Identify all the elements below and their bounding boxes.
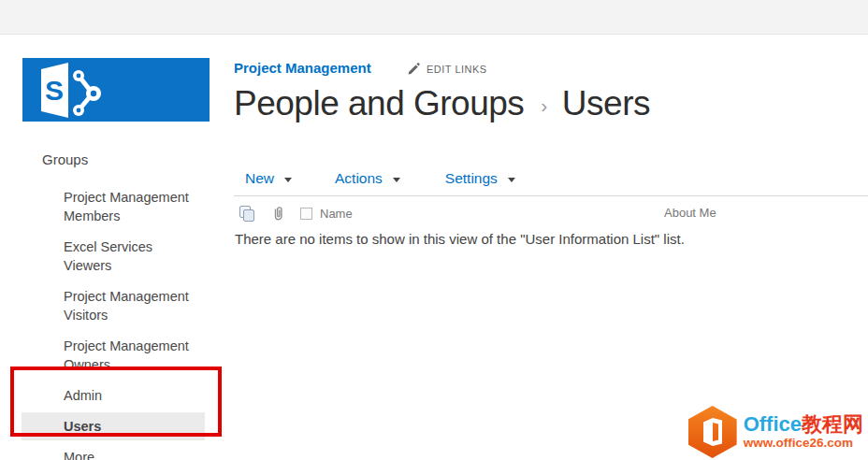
sidebar-item-project-management-members[interactable]: Project Management Members	[22, 183, 205, 230]
column-header-name[interactable]: Name	[320, 207, 353, 221]
page-title: People and Groups›Users	[234, 84, 650, 123]
watermark-url: www.office26.com	[744, 437, 863, 450]
breadcrumb-separator-icon: ›	[541, 94, 547, 117]
top-suite-bar	[0, 0, 868, 35]
settings-menu-button[interactable]: Settings	[445, 170, 515, 187]
sidebar-item-project-management-visitors[interactable]: Project Management Visitors	[22, 282, 205, 329]
sidebar-item-project-management-owners[interactable]: Project Management Owners	[22, 332, 205, 379]
empty-list-message: There are no items to show in this view …	[235, 231, 685, 247]
column-header-about-me[interactable]: About Me	[664, 206, 716, 220]
watermark-title: Office教程网	[744, 413, 863, 435]
main-content: Project Management EDIT LINKS People and…	[234, 56, 868, 460]
sharepoint-logo-icon: S	[22, 58, 210, 122]
sidebar-item-users[interactable]: Users	[22, 412, 205, 440]
select-all-checkbox[interactable]	[300, 208, 312, 220]
chevron-down-icon	[508, 178, 515, 182]
item-type-column-icon[interactable]	[239, 206, 255, 222]
edit-links-button[interactable]: EDIT LINKS	[407, 63, 487, 76]
chevron-down-icon	[393, 178, 400, 182]
watermark-logo: Office教程网 www.office26.com	[688, 406, 863, 458]
office-hexagon-icon	[688, 406, 737, 458]
breadcrumb-site-link[interactable]: Project Management	[234, 60, 371, 76]
page-title-main: People and Groups	[234, 84, 524, 122]
nav-heading-groups[interactable]: Groups	[22, 151, 205, 167]
page-title-current: Users	[562, 84, 650, 122]
sidebar-item-admin[interactable]: Admin	[22, 381, 205, 410]
sharepoint-logo[interactable]: S	[22, 58, 210, 122]
sidebar-item-more[interactable]: More...	[22, 443, 205, 460]
svg-text:S: S	[45, 75, 64, 106]
pencil-icon	[407, 63, 420, 76]
list-column-header-row: Name About Me	[234, 201, 868, 225]
list-toolbar: New Actions Settings	[234, 162, 868, 196]
new-menu-button[interactable]: New	[245, 170, 292, 187]
chevron-down-icon	[284, 178, 292, 182]
edit-links-label: EDIT LINKS	[427, 64, 487, 75]
quick-launch-nav: Groups Project Management Members Excel …	[22, 151, 205, 460]
sidebar-item-excel-services-viewers[interactable]: Excel Services Viewers	[22, 233, 205, 280]
actions-menu-button[interactable]: Actions	[335, 170, 400, 187]
attachment-paperclip-icon[interactable]	[272, 205, 284, 223]
